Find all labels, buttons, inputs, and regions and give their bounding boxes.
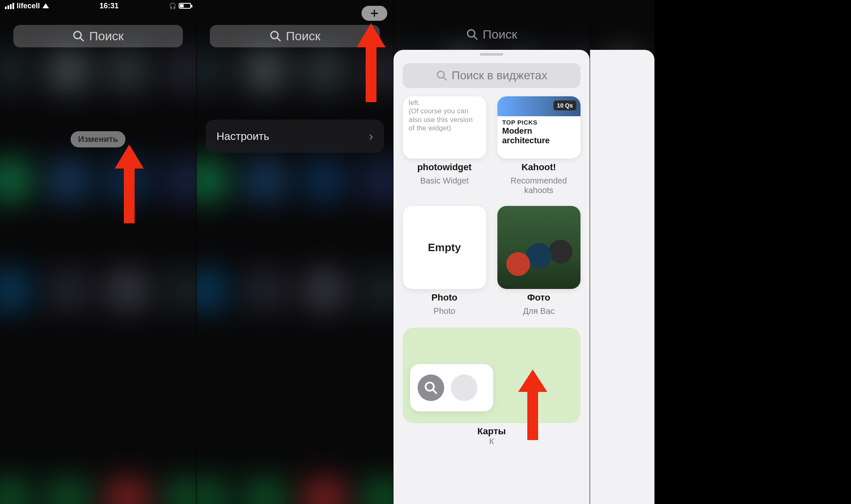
search-placeholder: Поиск — [89, 29, 123, 43]
screen-3-widget-gallery: Поиск Поиск в виджетах left. (Of course … — [394, 0, 590, 504]
kahoot-badge: 10 Qs — [553, 100, 576, 110]
photos-thumbnail — [497, 206, 580, 289]
search-placeholder: Поиск — [286, 29, 320, 43]
sheet-grabber[interactable] — [480, 53, 503, 56]
widget-title: photowidget — [417, 162, 472, 173]
widget-search-field[interactable]: Поиск в виджетах — [403, 63, 580, 88]
screen-1-today-view: lifecell 16:31 🎧 Поиск Изменить — [0, 0, 197, 504]
widget-title: Kahoot! — [521, 162, 556, 173]
widget-cell-photo[interactable]: Empty Photo Photo — [403, 206, 486, 316]
headphones-icon: 🎧 — [169, 2, 176, 9]
search-icon — [436, 70, 448, 81]
configure-label: Настроить — [216, 130, 269, 143]
wifi-icon — [42, 3, 49, 8]
widget-gallery-sheet[interactable]: Поиск в виджетах left. (Of course you ca… — [394, 50, 590, 504]
configure-row[interactable]: Настроить › — [206, 120, 384, 153]
svg-line-4 — [277, 38, 280, 41]
chevron-right-icon: › — [369, 129, 373, 143]
search-field-behind: Поиск — [466, 27, 517, 42]
kahoot-toppicks: TOP PICKS — [502, 119, 576, 126]
widget-subtitle: К — [394, 437, 590, 446]
plus-icon — [370, 9, 379, 18]
status-bar: lifecell 16:31 🎧 — [0, 0, 196, 12]
clock: 16:31 — [99, 2, 118, 10]
widget-title: Карты — [394, 426, 590, 437]
widget-cell-photos-ru[interactable]: Фото Для Вас — [497, 206, 580, 316]
maps-preview — [410, 364, 493, 411]
maps-blank-icon — [451, 374, 477, 401]
widget-cell-photowidget[interactable]: left. (Of course you can also use this v… — [403, 96, 486, 195]
widget-title: Фото — [527, 292, 551, 303]
screen-3-overflow — [590, 0, 655, 504]
svg-line-11 — [433, 389, 436, 393]
signal-bars-icon — [5, 3, 14, 9]
search-icon — [269, 30, 282, 42]
edit-button[interactable]: Изменить — [71, 131, 125, 147]
search-icon — [72, 30, 85, 42]
widget-cell-kahoot[interactable]: 10 Qs TOP PICKS Modern architecture Kaho… — [497, 96, 580, 195]
svg-line-9 — [443, 77, 446, 80]
maps-search-icon — [418, 374, 444, 401]
search-field[interactable]: Поиск — [210, 25, 380, 47]
search-field[interactable]: Поиск — [13, 25, 183, 47]
widget-title: Photo — [431, 292, 457, 303]
svg-line-1 — [80, 38, 84, 41]
photo-empty-label: Empty — [428, 241, 461, 254]
widget-subtitle: Basic Widget — [420, 176, 469, 186]
widget-search-placeholder: Поиск в виджетах — [452, 69, 547, 82]
widget-cell-maps[interactable] — [403, 328, 580, 423]
photowidget-snippet: left. (Of course you can also use this v… — [409, 99, 480, 133]
carrier-label: lifecell — [17, 2, 40, 10]
battery-icon — [179, 3, 191, 9]
screen-2-edit-mode: Поиск Настроить › — [197, 0, 394, 504]
widget-subtitle: Recommended kahoots — [497, 176, 580, 195]
svg-line-7 — [474, 36, 477, 39]
widget-subtitle: Photo — [433, 306, 455, 316]
widget-grid: left. (Of course you can also use this v… — [403, 96, 580, 316]
search-icon — [466, 28, 478, 41]
widget-subtitle: Для Вас — [523, 306, 554, 316]
add-widget-button[interactable] — [362, 6, 387, 21]
